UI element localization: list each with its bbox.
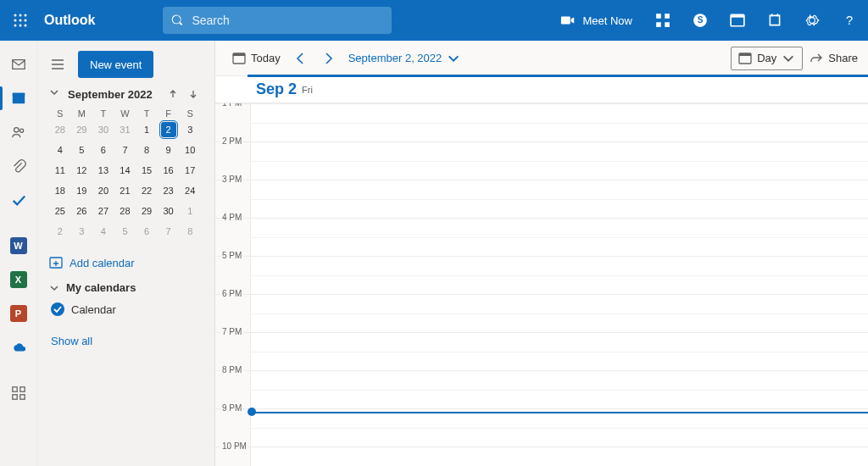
mini-day[interactable]: 27: [92, 203, 114, 219]
next-day-button[interactable]: [314, 45, 342, 72]
add-calendar-button[interactable]: Add calendar: [49, 256, 203, 269]
rail-onedrive[interactable]: [0, 330, 37, 364]
half-hour-line: [251, 352, 868, 352]
rail-word[interactable]: W: [0, 229, 37, 263]
hour-slot[interactable]: 9 PM: [215, 408, 868, 409]
mini-day[interactable]: 14: [114, 163, 136, 178]
date-picker-button[interactable]: September 2, 2022: [342, 45, 468, 72]
mini-expand-button[interactable]: [49, 87, 63, 101]
svg-rect-22: [12, 387, 16, 391]
share-button[interactable]: Share: [810, 52, 858, 65]
prev-day-button[interactable]: [287, 45, 314, 72]
half-hour-line: [251, 237, 868, 238]
add-calendar-label: Add calendar: [70, 257, 135, 269]
mini-day[interactable]: 18: [49, 183, 71, 198]
mini-day[interactable]: 2: [49, 224, 71, 239]
teams-icon-button[interactable]: [644, 0, 682, 41]
mini-day[interactable]: 21: [114, 183, 136, 198]
hour-slot[interactable]: 3 PM: [215, 180, 868, 180]
today-button[interactable]: Today: [225, 45, 287, 72]
calendar-color-check: [51, 302, 64, 316]
hour-slot[interactable]: 2 PM: [215, 141, 868, 142]
half-hour-line: [251, 428, 868, 429]
view-selector[interactable]: Day: [731, 47, 803, 70]
mini-day[interactable]: 26: [71, 203, 93, 219]
rail-more-apps[interactable]: [0, 376, 37, 410]
hour-slot[interactable]: 6 PM: [215, 294, 868, 295]
svg-point-3: [14, 19, 17, 22]
mini-day[interactable]: 24: [179, 183, 201, 198]
mini-day[interactable]: 20: [92, 183, 114, 198]
mini-day[interactable]: 5: [71, 142, 93, 158]
hour-label: 6 PM: [220, 289, 243, 298]
mini-prev-button[interactable]: [165, 86, 181, 102]
mini-day[interactable]: 30: [92, 122, 114, 137]
mini-day[interactable]: 2: [158, 122, 180, 137]
mini-day[interactable]: 11: [49, 163, 71, 178]
help-icon-button[interactable]: ?: [831, 0, 868, 41]
mini-day[interactable]: 28: [49, 122, 71, 137]
new-event-button[interactable]: New event: [78, 51, 153, 78]
meet-now-button[interactable]: Meet Now: [548, 0, 644, 41]
arrow-left-icon: [294, 52, 308, 65]
mini-day[interactable]: 19: [71, 183, 93, 198]
mini-day[interactable]: 28: [114, 203, 136, 219]
mini-day[interactable]: 15: [136, 163, 158, 178]
rail-mail[interactable]: [0, 47, 37, 81]
mini-day[interactable]: 22: [136, 183, 158, 198]
mini-day[interactable]: 29: [71, 122, 93, 137]
mini-day[interactable]: 12: [71, 163, 93, 178]
mini-day[interactable]: 1: [179, 203, 201, 219]
notifications-icon-button[interactable]: [756, 0, 793, 41]
mini-day[interactable]: 3: [71, 224, 93, 239]
settings-icon-button[interactable]: [793, 0, 831, 41]
skype-icon-button[interactable]: S: [682, 0, 719, 41]
hour-slot[interactable]: 1 PM: [215, 103, 868, 104]
rail-todo[interactable]: [0, 183, 37, 217]
mini-day[interactable]: 25: [49, 203, 71, 219]
mini-day[interactable]: 4: [92, 224, 114, 239]
rail-powerpoint[interactable]: P: [0, 297, 37, 330]
mini-day[interactable]: 3: [179, 122, 201, 137]
day-grid[interactable]: 1 PM2 PM3 PM4 PM5 PM6 PM7 PM8 PM9 PM10 P…: [215, 103, 868, 466]
svg-point-21: [19, 129, 23, 132]
hour-slot[interactable]: 4 PM: [215, 218, 868, 219]
hour-slot[interactable]: 8 PM: [215, 370, 868, 371]
mini-day[interactable]: 13: [92, 163, 114, 178]
rail-people[interactable]: [0, 115, 37, 149]
mini-day[interactable]: 17: [179, 163, 201, 178]
rail-files[interactable]: [0, 149, 37, 183]
day-dow: Fri: [302, 85, 313, 95]
hour-slot[interactable]: 5 PM: [215, 256, 868, 257]
outlook-icon-button[interactable]: [719, 0, 756, 41]
mini-next-button[interactable]: [186, 86, 201, 102]
mini-day[interactable]: 8: [136, 142, 158, 158]
mini-day[interactable]: 5: [114, 224, 136, 239]
mini-day[interactable]: 10: [179, 142, 201, 158]
app-launcher-button[interactable]: [0, 0, 41, 41]
hour-slot[interactable]: 7 PM: [215, 332, 868, 333]
mini-day[interactable]: 6: [136, 224, 158, 239]
show-all-button[interactable]: Show all: [51, 335, 206, 347]
mini-day[interactable]: 30: [158, 203, 180, 219]
collapse-nav-button[interactable]: [44, 51, 71, 78]
mini-day[interactable]: 6: [92, 142, 114, 158]
search-box[interactable]: [163, 7, 392, 34]
mini-day[interactable]: 9: [158, 142, 180, 158]
hour-slot[interactable]: 10 PM: [215, 447, 868, 447]
search-input[interactable]: [192, 14, 383, 27]
mini-day[interactable]: 4: [49, 142, 71, 158]
mini-day[interactable]: 7: [114, 142, 136, 158]
mini-day[interactable]: 31: [114, 122, 136, 137]
mini-day[interactable]: 7: [158, 224, 180, 239]
mini-day[interactable]: 16: [158, 163, 180, 178]
rail-calendar[interactable]: [0, 81, 37, 115]
mini-day[interactable]: 1: [136, 122, 158, 137]
mini-day[interactable]: 23: [158, 183, 180, 198]
mini-day[interactable]: 29: [136, 203, 158, 219]
my-calendars-toggle[interactable]: My calendars: [49, 281, 203, 294]
mini-day[interactable]: 8: [179, 224, 201, 239]
calendar-item[interactable]: Calendar: [51, 302, 203, 316]
excel-icon: X: [10, 271, 27, 288]
rail-excel[interactable]: X: [0, 263, 37, 297]
